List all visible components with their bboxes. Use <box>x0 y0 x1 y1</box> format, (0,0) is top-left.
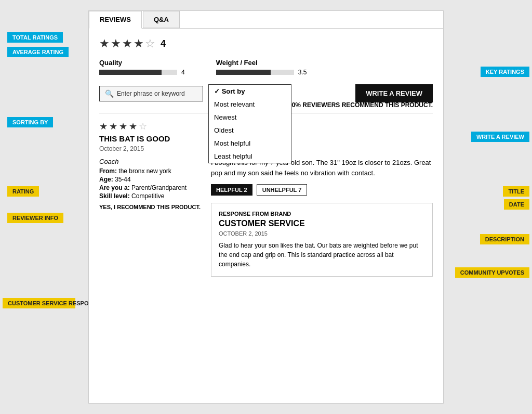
brand-response-name: CUSTOMER SERVICE <box>219 219 425 228</box>
helpful-button[interactable]: HELPFUL 2 <box>211 184 252 196</box>
rev-star-1: ★ <box>99 121 108 132</box>
key-ratings-callout: KEY RATINGS <box>481 67 529 77</box>
reviewer-skill: Skill level: Competitive <box>99 192 201 200</box>
tab-reviews[interactable]: REVIEWS <box>89 11 142 29</box>
star-1: ★ <box>99 37 110 50</box>
search-box[interactable]: 🔍 Enter phrase or keyword <box>99 86 203 101</box>
reviewer-info-callout: REVIEWER INFO <box>7 213 63 223</box>
sort-dropdown[interactable]: Sort by Most relevant Newest Oldest Most… <box>208 84 291 163</box>
star-3: ★ <box>122 37 132 50</box>
title-callout: TITLE <box>503 186 529 197</box>
weight-bar-wrap: 3.5 <box>216 69 307 76</box>
weight-label: Weight / Feel <box>216 59 307 67</box>
sorting-by-callout: SORTING BY <box>7 117 53 127</box>
content-area: ★ ★ ★ ★ ☆ 4 Quality 4 <box>89 29 443 285</box>
unhelpful-button[interactable]: UNHELPFUL 7 <box>257 184 308 196</box>
quality-label: Quality <box>99 59 185 67</box>
dropdown-oldest[interactable]: Oldest <box>209 124 291 137</box>
search-placeholder: Enter phrase or keyword <box>117 90 185 97</box>
search-icon: 🔍 <box>105 89 114 98</box>
weight-bar-bg <box>216 70 294 75</box>
total-ratings-callout: TOTAL RATINGS <box>7 32 63 43</box>
rev-star-5: ☆ <box>139 121 147 132</box>
quality-bar-group: Quality 4 <box>99 59 185 76</box>
overall-rating-row: ★ ★ ★ ★ ☆ 4 <box>99 37 433 50</box>
write-review-button[interactable]: WRITE A REVIEW <box>355 84 433 102</box>
dropdown-most-relevant[interactable]: Most relevant <box>209 98 291 111</box>
review-body: I bought this for my 7 year old son. The… <box>211 158 433 277</box>
star-2: ★ <box>111 37 121 50</box>
description-callout: DESCRIPTION <box>480 234 529 244</box>
rating-callout: RATING <box>7 186 39 197</box>
dropdown-most-helpful[interactable]: Most helpful <box>209 137 291 150</box>
sort-search-row: 🔍 Enter phrase or keyword Sort by Most r… <box>99 84 433 102</box>
weight-bar-fill <box>216 70 271 75</box>
star-4: ★ <box>134 37 144 50</box>
dropdown-sort-by[interactable]: Sort by <box>209 85 291 98</box>
overall-stars: ★ ★ ★ ★ ☆ <box>99 37 155 50</box>
rev-star-4: ★ <box>129 121 137 132</box>
quality-bar-value: 4 <box>181 69 185 76</box>
review-layout: Coach From: the bronx new york Age: 35-4… <box>99 158 433 277</box>
rev-star-3: ★ <box>119 121 127 132</box>
reviewer-info-panel: Coach From: the bronx new york Age: 35-4… <box>99 158 201 277</box>
rev-star-2: ★ <box>109 121 117 132</box>
brand-response-box: RESPONSE FROM BRAND CUSTOMER SERVICE OCT… <box>211 203 433 277</box>
helpful-row: HELPFUL 2 UNHELPFUL 7 <box>211 184 433 196</box>
recommend-text: 100% REVIEWERS RECOMMEND THIS PRODUCT. <box>285 101 433 109</box>
quality-bar-bg <box>99 70 177 75</box>
date-callout: DATE <box>504 199 529 210</box>
tabs-bar: REVIEWS Q&A <box>89 11 443 29</box>
quality-bar-wrap: 4 <box>99 69 185 76</box>
main-panel: REVIEWS Q&A ★ ★ ★ ★ ☆ 4 Quality <box>88 10 444 404</box>
star-5: ☆ <box>145 37 155 50</box>
reviewer-name: Coach <box>99 158 201 165</box>
reviewer-are-you: Are you a: Parent/Grandparent <box>99 184 201 191</box>
brand-response-text: Glad to hear your son likes the bat. Our… <box>219 241 425 269</box>
weight-bar-value: 3.5 <box>298 69 307 76</box>
quality-bar-fill <box>99 70 162 75</box>
average-rating-callout: AVERAGE RATING <box>7 47 69 57</box>
weight-bar-group: Weight / Feel 3.5 <box>216 59 307 76</box>
dropdown-least-helpful[interactable]: Least helpful <box>209 150 291 163</box>
overall-rating-number: 4 <box>161 38 166 49</box>
ratings-bars-container: Quality 4 Weight / Feel 3.5 <box>99 59 433 76</box>
reviewer-recommend: YES, I RECOMMEND THIS PRODUCT. <box>99 204 201 210</box>
write-review-right-callout: WRITE A REVIEW <box>471 132 529 142</box>
brand-response-label: RESPONSE FROM BRAND <box>219 211 425 217</box>
reviewer-age: Age: 35-44 <box>99 176 201 183</box>
community-upvotes-callout: COMMUNITY UPVOTES <box>455 267 529 278</box>
dropdown-newest[interactable]: Newest <box>209 111 291 124</box>
reviewer-from: From: the bronx new york <box>99 167 201 175</box>
brand-response-date: OCTOBER 2, 2015 <box>219 230 425 237</box>
customer-service-response-callout: CUSTOMER SERVICE RESPONSE <box>3 298 75 308</box>
tab-qa[interactable]: Q&A <box>143 11 180 28</box>
